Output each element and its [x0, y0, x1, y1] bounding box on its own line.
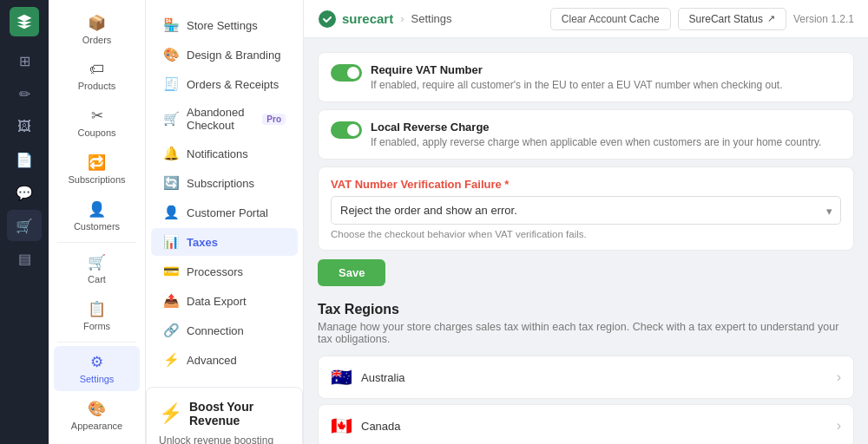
require-vat-slider[interactable]	[331, 64, 362, 82]
boost-icon: ⚡	[159, 402, 182, 425]
sub-sidebar-customer-portal-label: Customer Portal	[187, 206, 268, 219]
orders-icon: 📦	[88, 14, 106, 32]
sub-sidebar-store-settings-label: Store Settings	[187, 19, 258, 32]
sidebar-item-forms[interactable]: 📋 Forms	[54, 293, 140, 338]
topbar-right: Clear Account Cache SureCart Status ↗ Ve…	[550, 8, 854, 30]
australia-chevron: ›	[837, 369, 841, 385]
sub-sidebar-advanced[interactable]: ⚡ Advanced	[151, 346, 298, 374]
sidebar-item-subscriptions[interactable]: 🔁 Subscriptions	[54, 147, 140, 192]
orders-receipts-icon: 🧾	[163, 76, 180, 92]
connection-icon: 🔗	[163, 323, 180, 338]
sidebar-item-cart[interactable]: 🛒 Cart	[54, 246, 140, 291]
sidebar: 📦 Orders 🏷 Products ✂ Coupons 🔁 Subscrip…	[49, 0, 146, 444]
content-area: Require VAT Number If enabled, require a…	[304, 38, 868, 444]
topbar-left: surecart › Settings	[318, 10, 452, 29]
nav-dashboard2[interactable]: ▤	[7, 243, 42, 274]
local-reverse-charge-description: If enabled, apply reverse charge when ap…	[371, 136, 821, 148]
topbar-settings-label: Settings	[411, 12, 452, 25]
sub-sidebar-connection[interactable]: 🔗 Connection	[151, 317, 298, 344]
vat-failure-select[interactable]: Reject the order and show an error. Allo…	[331, 196, 841, 225]
nav-media[interactable]: 🖼	[7, 111, 42, 142]
clear-cache-button[interactable]: Clear Account Cache	[550, 8, 671, 30]
taxes-icon: 📊	[163, 234, 180, 250]
nav-comments[interactable]: 💬	[7, 177, 42, 208]
sub-sidebar: 🏪 Store Settings 🎨 Design & Branding 🧾 O…	[146, 0, 304, 444]
sidebar-item-forms-label: Forms	[83, 321, 110, 331]
local-reverse-charge-toggle-row: Local Reverse Charge If enabled, apply r…	[318, 109, 854, 160]
sidebar-item-coupons-label: Coupons	[77, 127, 115, 138]
sub-sidebar-data-export[interactable]: 📤 Data Export	[151, 287, 298, 315]
require-vat-toggle[interactable]	[331, 64, 362, 82]
store-settings-icon: 🏪	[163, 17, 180, 33]
topbar-logo: surecart	[318, 10, 393, 29]
sidebar-item-orders-label: Orders	[82, 35, 112, 45]
sidebar-item-coupons[interactable]: ✂ Coupons	[54, 100, 140, 145]
nav-pages[interactable]: 📄	[7, 144, 42, 175]
subscriptions-icon: 🔁	[88, 153, 106, 172]
sub-sidebar-processors[interactable]: 💳 Processors	[151, 258, 298, 285]
local-reverse-charge-toggle[interactable]	[331, 121, 362, 139]
sub-sidebar-processors-label: Processors	[187, 265, 243, 278]
nav-posts[interactable]: ✏	[7, 78, 42, 109]
tax-regions-title: Tax Regions	[318, 302, 854, 317]
logo-icon[interactable]	[10, 7, 39, 36]
surecart-status-label: SureCart Status	[689, 13, 763, 25]
save-button[interactable]: Save	[318, 259, 385, 286]
sub-sidebar-customer-portal[interactable]: 👤 Customer Portal	[151, 199, 298, 226]
sub-sidebar-orders-receipts[interactable]: 🧾 Orders & Receipts	[151, 70, 298, 98]
sub-sidebar-data-export-label: Data Export	[187, 295, 247, 308]
sidebar-item-cart-label: Cart	[88, 274, 106, 284]
pro-badge: Pro	[262, 114, 286, 125]
require-vat-description: If enabled, require all customer's in th…	[371, 79, 783, 91]
sidebar-item-appearance[interactable]: 🎨 Appearance	[54, 393, 140, 438]
sub-sidebar-notifications[interactable]: 🔔 Notifications	[151, 140, 298, 167]
region-row-australia[interactable]: 🇦🇺 Australia ›	[318, 356, 854, 399]
region-row-canada[interactable]: 🇨🇦 Canada ›	[318, 404, 854, 444]
sub-sidebar-store-settings[interactable]: 🏪 Store Settings	[151, 11, 298, 39]
require-vat-label: Require VAT Number	[371, 63, 783, 76]
topbar-logo-text: surecart	[342, 11, 393, 26]
external-link-icon: ↗	[767, 13, 775, 24]
local-reverse-slider[interactable]	[331, 121, 362, 139]
sub-sidebar-abandoned-checkout[interactable]: 🛒 Abandoned Checkout Pro	[151, 100, 298, 138]
subscriptions-icon2: 🔄	[163, 175, 180, 191]
canada-chevron: ›	[837, 418, 841, 434]
australia-label: Australia	[361, 371, 405, 384]
topbar-chevron: ›	[400, 12, 404, 25]
sidebar-item-customers[interactable]: 👤 Customers	[54, 193, 140, 238]
require-vat-toggle-row: Require VAT Number If enabled, require a…	[318, 52, 854, 102]
sidebar-item-settings[interactable]: ⚙ Settings	[54, 346, 140, 391]
sidebar-item-customers-label: Customers	[74, 221, 120, 232]
vat-failure-label: VAT Number Verification Failure *	[331, 178, 841, 191]
canada-flag: 🇨🇦	[331, 415, 352, 436]
sidebar-item-orders[interactable]: 📦 Orders	[54, 7, 140, 52]
topbar: surecart › Settings Clear Account Cache …	[304, 0, 868, 38]
svg-point-0	[319, 10, 336, 28]
vat-failure-section: VAT Number Verification Failure * Reject…	[318, 166, 854, 251]
settings-icon: ⚙	[90, 353, 103, 371]
sub-sidebar-abandoned-checkout-label: Abandoned Checkout	[187, 106, 255, 132]
sub-sidebar-connection-label: Connection	[187, 324, 244, 337]
nav-dashboard[interactable]: ⊞	[7, 45, 42, 76]
data-export-icon: 📤	[163, 293, 180, 309]
sidebar-item-settings-label: Settings	[80, 374, 115, 384]
sub-sidebar-subscriptions[interactable]: 🔄 Subscriptions	[151, 169, 298, 197]
boost-title: Boost Your Revenue	[189, 400, 290, 428]
sub-sidebar-notifications-label: Notifications	[187, 147, 248, 160]
advanced-icon: ⚡	[163, 352, 180, 368]
sub-sidebar-subscriptions-label: Subscriptions	[187, 177, 254, 190]
boost-description: Unlock revenue boosting features when yo…	[159, 434, 290, 444]
surecart-status-button[interactable]: SureCart Status ↗	[678, 8, 786, 30]
sidebar-item-plugins[interactable]: 🔌 Plugins	[54, 440, 140, 444]
customers-icon: 👤	[88, 200, 106, 219]
sidebar-item-products[interactable]: 🏷 Products	[54, 54, 140, 98]
processors-icon: 💳	[163, 264, 180, 279]
nav-surecart[interactable]: 🛒	[7, 210, 42, 241]
coupons-icon: ✂	[91, 107, 103, 125]
australia-flag: 🇦🇺	[331, 367, 352, 388]
sub-sidebar-design-branding[interactable]: 🎨 Design & Branding	[151, 41, 298, 69]
sub-sidebar-advanced-label: Advanced	[187, 354, 237, 367]
sub-sidebar-design-branding-label: Design & Branding	[187, 49, 280, 62]
local-reverse-charge-label: Local Reverse Charge	[371, 121, 821, 134]
sub-sidebar-taxes[interactable]: 📊 Taxes	[151, 228, 298, 256]
